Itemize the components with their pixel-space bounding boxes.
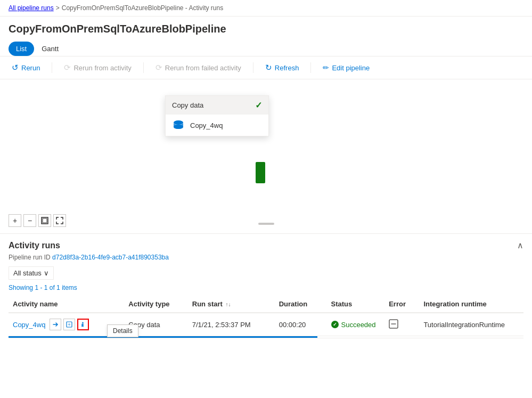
rerun-from-failed-label: Rerun from failed activity [165,64,241,72]
table-header-row: Activity name Activity type Run start ↑↓… [9,296,523,313]
showing-count: 1 [56,284,60,291]
copy-activity-icon [172,119,185,132]
cell-run-start: 7/1/21, 2:53:37 PM [188,313,275,336]
progress-bar [9,336,317,338]
activity-popup-header: Copy data ✓ [166,96,268,115]
details-tooltip: Details [107,324,138,337]
rerun-icon: ↺ [12,63,19,72]
zoom-out-button[interactable]: − [23,214,36,227]
section-header: Activity runs ∧ [9,240,523,250]
toolbar-divider-3 [253,62,253,73]
edit-pipeline-button[interactable]: ✏ Edit pipeline [320,61,373,74]
rerun-from-failed-icon: ⟳ [155,63,162,72]
tab-gantt[interactable]: Gantt [34,42,66,56]
canvas-area: Copy data ✓ Copy_4wq + − [0,79,532,234]
cell-duration: 00:00:20 [275,313,327,336]
status-filter-dropdown[interactable]: All status ∨ [9,266,54,280]
activity-popup-title: Copy data [172,101,203,109]
goto-icon[interactable] [50,319,61,330]
row-actions: Copy_4wq [13,319,120,330]
sort-icon: ↑↓ [225,302,231,307]
edit-pipeline-icon: ✏ [323,63,329,72]
breadcrumb-link[interactable]: All pipeline runs [9,4,54,12]
status-text: Succeeded [341,321,376,329]
canvas-node [256,162,265,183]
fit-button[interactable] [38,214,51,227]
toolbar-divider-2 [143,62,144,73]
activity-name-text: Copy_4wq [13,321,45,329]
error-icon [389,322,398,330]
rerun-from-failed-button[interactable]: ⟳ Rerun from failed activity [152,61,244,75]
showing-prefix: Showing [9,284,33,291]
svg-point-0 [174,120,183,125]
pipeline-run-id-value[interactable]: d72d8f3a-2b16-4fe9-acb7-a41f890353ba [52,254,169,261]
status-success: Succeeded [331,321,381,329]
refresh-button[interactable]: ↻ Refresh [262,61,302,75]
col-duration: Duration [275,296,327,313]
refresh-icon: ↻ [265,63,272,72]
activity-popup: Copy data ✓ Copy_4wq [165,95,269,136]
zoom-in-button[interactable]: + [9,214,21,227]
col-activity-type: Activity type [124,296,188,313]
svg-text:i: i [82,323,83,327]
activity-popup-status-icon: ✓ [255,100,262,110]
col-integration-runtime: Integration runtime [419,296,523,313]
collapse-bar[interactable] [258,223,274,225]
activity-popup-item-label: Copy_4wq [190,121,223,129]
toolbar: ↺ Rerun ⟳ Rerun from activity ⟳ Rerun fr… [0,56,532,79]
rerun-from-activity-label: Rerun from activity [73,64,131,72]
breadcrumb: All pipeline runs > CopyFromOnPremSqlToA… [0,0,532,17]
expand-button[interactable] [53,214,66,227]
pipeline-run-id-label: Pipeline run ID [9,254,51,261]
filter-bar: All status ∨ [9,266,523,280]
showing-of: of [50,284,55,291]
rerun-from-activity-button[interactable]: ⟳ Rerun from activity [61,61,134,75]
col-run-start-label: Run start [192,300,223,308]
toolbar-divider-4 [310,62,311,73]
breadcrumb-separator: > [56,4,60,12]
showing-range[interactable]: 1 - 1 [35,284,47,291]
section-title: Activity runs [9,241,60,250]
activity-popup-item[interactable]: Copy_4wq [166,115,268,136]
table-container: Activity name Activity type Run start ↑↓… [9,296,523,338]
cell-error [384,313,419,336]
breadcrumb-current: CopyFromOnPremSqlToAzureBlobPipeline - A… [62,4,223,12]
rerun-button[interactable]: ↺ Rerun [9,61,43,75]
cell-integration-runtime: TutorialIntegrationRuntime [419,313,523,336]
showing-items: items [62,284,77,291]
col-activity-name: Activity name [9,296,124,313]
col-status: Status [327,296,385,313]
progress-bar-cell [9,336,523,338]
showing-text: Showing 1 - 1 of 1 items [9,284,523,291]
rerun-label: Rerun [21,64,40,72]
cell-status: Succeeded [327,313,385,336]
runs-table: Activity name Activity type Run start ↑↓… [9,296,523,338]
status-dot-icon [331,321,339,328]
filter-chevron-icon: ∨ [44,269,49,277]
tab-list[interactable]: List [9,42,34,56]
output-icon[interactable] [63,319,75,330]
pipeline-run-id: Pipeline run ID d72d8f3a-2b16-4fe9-acb7-… [9,254,523,261]
collapse-section-button[interactable]: ∧ [517,240,523,250]
col-run-start[interactable]: Run start ↑↓ [188,296,275,313]
filter-label: All status [13,269,42,277]
refresh-label: Refresh [275,64,299,72]
table-row: Copy_4wq [9,313,523,336]
progress-bar-row [9,336,523,338]
activity-runs-section: Activity runs ∧ Pipeline run ID d72d8f3a… [0,234,532,338]
edit-pipeline-label: Edit pipeline [332,64,370,72]
svg-rect-3 [43,218,47,223]
svg-point-1 [174,125,183,129]
toolbar-divider-1 [52,62,52,73]
col-error: Error [384,296,419,313]
details-icon[interactable]: i [77,319,89,330]
canvas-controls: + − [9,214,66,227]
tab-bar: List Gantt [0,39,532,56]
page-title: CopyFromOnPremSqlToAzureBlobPipeline [0,17,532,39]
rerun-from-activity-icon: ⟳ [64,63,71,72]
